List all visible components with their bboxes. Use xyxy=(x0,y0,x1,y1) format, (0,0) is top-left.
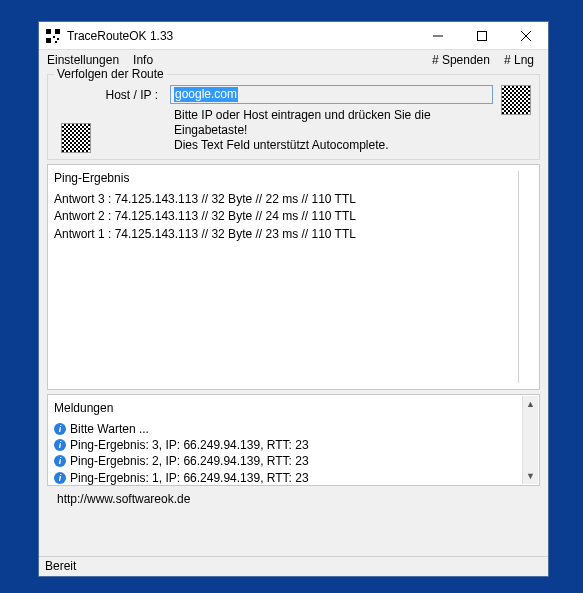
message-row[interactable]: iPing-Ergebnis: 1, IP: 66.249.94.139, RT… xyxy=(54,470,521,486)
message-text: Ping-Ergebnis: 1, IP: 66.249.94.139, RTT… xyxy=(70,470,309,486)
svg-rect-1 xyxy=(46,29,51,34)
host-input[interactable]: google.com xyxy=(170,85,493,104)
host-input-value: google.com xyxy=(174,87,238,102)
qr-icon-left[interactable] xyxy=(61,123,91,153)
svg-rect-5 xyxy=(57,38,59,40)
window-title: TraceRouteOK 1.33 xyxy=(67,29,416,43)
menu-donate[interactable]: # Spenden xyxy=(428,51,500,69)
content-area: Verfolgen der Route Host / IP : google.c… xyxy=(39,70,548,556)
app-icon xyxy=(45,28,61,44)
maximize-button[interactable] xyxy=(460,22,504,50)
svg-rect-2 xyxy=(55,29,60,34)
results-rows: Antwort 3 : 74.125.143.113 // 32 Byte //… xyxy=(54,191,533,243)
result-row[interactable]: Antwort 2 : 74.125.143.113 // 32 Byte //… xyxy=(54,208,533,225)
qr-icon-right[interactable] xyxy=(501,85,531,115)
message-row[interactable]: iPing-Ergebnis: 3, IP: 66.249.94.139, RT… xyxy=(54,437,521,453)
scroll-track[interactable] xyxy=(523,412,538,468)
host-group: Verfolgen der Route Host / IP : google.c… xyxy=(47,74,540,160)
messages-rows: iBitte Warten ...iPing-Ergebnis: 3, IP: … xyxy=(54,421,521,486)
messages-panel: Meldungen iBitte Warten ...iPing-Ergebni… xyxy=(47,394,540,486)
results-divider xyxy=(518,171,519,383)
qr-right-wrap xyxy=(501,85,531,118)
host-label: Host / IP : xyxy=(104,88,164,102)
messages-scrollbar[interactable]: ▲ ▼ xyxy=(522,396,538,484)
messages-heading: Meldungen xyxy=(54,401,521,415)
status-text: Bereit xyxy=(45,559,76,573)
info-icon: i xyxy=(54,423,66,435)
svg-rect-3 xyxy=(46,38,51,43)
results-heading: Ping-Ergebnis xyxy=(54,171,533,185)
results-panel: Ping-Ergebnis Antwort 3 : 74.125.143.113… xyxy=(47,164,540,390)
close-icon xyxy=(521,31,531,41)
message-text: Bitte Warten ... xyxy=(70,421,149,437)
scroll-up-icon[interactable]: ▲ xyxy=(523,396,538,412)
host-hint: Bitte IP oder Host eintragen und drücken… xyxy=(174,108,493,153)
message-text: Ping-Ergebnis: 2, IP: 66.249.94.139, RTT… xyxy=(70,453,309,469)
close-button[interactable] xyxy=(504,22,548,50)
result-row[interactable]: Antwort 1 : 74.125.143.113 // 32 Byte //… xyxy=(54,226,533,243)
message-row[interactable]: iBitte Warten ... xyxy=(54,421,521,437)
minimize-button[interactable] xyxy=(416,22,460,50)
qr-left-wrap xyxy=(56,119,96,153)
info-icon: i xyxy=(54,472,66,484)
scroll-down-icon[interactable]: ▼ xyxy=(523,468,538,484)
message-row[interactable]: iPing-Ergebnis: 2, IP: 66.249.94.139, RT… xyxy=(54,453,521,469)
message-text: Ping-Ergebnis: 3, IP: 66.249.94.139, RTT… xyxy=(70,437,309,453)
statusbar: Bereit xyxy=(39,556,548,576)
info-icon: i xyxy=(54,455,66,467)
menu-lang[interactable]: # Lng xyxy=(500,51,544,69)
maximize-icon xyxy=(477,31,487,41)
app-window: TraceRouteOK 1.33 Einstellungen Info # S… xyxy=(38,21,549,577)
titlebar[interactable]: TraceRouteOK 1.33 xyxy=(39,22,548,50)
svg-rect-4 xyxy=(53,36,55,38)
footer-url[interactable]: http://www.softwareok.de xyxy=(47,490,540,510)
group-label: Verfolgen der Route xyxy=(54,67,167,81)
result-row[interactable]: Antwort 3 : 74.125.143.113 // 32 Byte //… xyxy=(54,191,533,208)
info-icon: i xyxy=(54,439,66,451)
svg-rect-8 xyxy=(478,31,487,40)
svg-rect-6 xyxy=(55,41,57,43)
minimize-icon xyxy=(433,31,443,41)
